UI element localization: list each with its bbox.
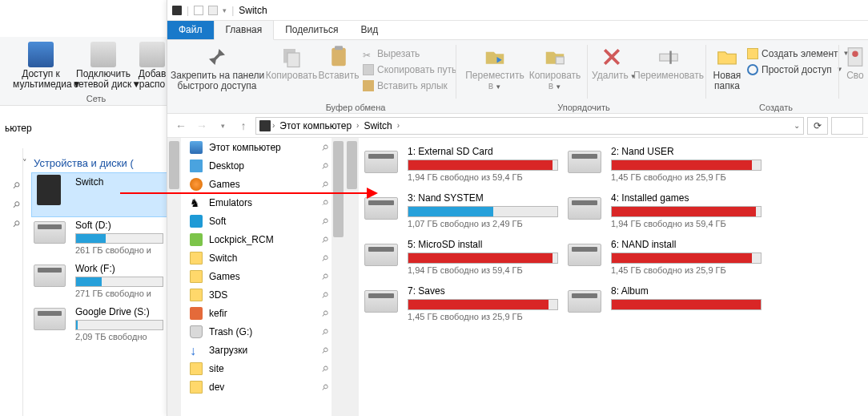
sidebar-item[interactable]: Games⚲ — [182, 175, 331, 193]
chevron-right-icon[interactable]: › — [272, 121, 275, 130]
paste-shortcut-button[interactable]: Вставить ярлык — [363, 79, 448, 93]
qat-dropdown[interactable]: ▾ — [223, 6, 227, 14]
copy-path-icon — [363, 64, 374, 75]
sidebar-item[interactable]: Этот компьютер⚲ — [182, 138, 331, 156]
copy-to-button[interactable]: Копировать в▼ — [526, 42, 584, 92]
copy-button[interactable]: Копировать — [265, 42, 318, 81]
drive-item[interactable]: 4: Installed games1,94 ГБ свободно из 59… — [568, 192, 768, 231]
tab-file[interactable]: Файл — [167, 21, 214, 39]
group-clipboard-label: Буфер обмена — [263, 103, 448, 112]
sidebar-item[interactable]: Emulators⚲ — [182, 193, 331, 212]
sidebar-item-label: site — [209, 363, 224, 374]
sidebar-item[interactable]: Desktop⚲ — [182, 156, 331, 175]
media-icon — [28, 42, 54, 67]
sidebar-item[interactable]: Загрузки⚲ — [182, 341, 331, 359]
capacity-bar — [611, 160, 762, 171]
copy-path-button[interactable]: Скопировать путь — [363, 63, 456, 77]
drive-freespace: 2,09 ТБ свободно — [75, 332, 172, 341]
sidebar-item[interactable]: Lockpick_RCM⚲ — [182, 230, 331, 248]
drive-item[interactable]: 1: External SD Card1,94 ГБ свободно из 5… — [364, 146, 565, 184]
drive-freespace: 261 ГБ свободно и — [75, 245, 172, 255]
tab-view[interactable]: Вид — [349, 21, 389, 39]
history-dropdown[interactable]: ▾ — [214, 117, 231, 135]
sidebar-item[interactable]: Soft⚲ — [182, 212, 331, 230]
address-dropdown[interactable]: ⌄ — [794, 121, 800, 130]
pin-icon: ⚲ — [10, 199, 22, 211]
copy-label: Копировать — [266, 70, 318, 81]
sidebar-item[interactable]: Switch⚲ — [182, 248, 331, 267]
drive-item[interactable]: Work (F:)271 ГБ свободно и — [32, 260, 172, 303]
pin-quickaccess-button[interactable]: Закрепить на панели быстрого доступа — [171, 42, 263, 91]
drive-item[interactable]: 7: Saves1,45 ГБ свободно из 25,9 ГБ — [364, 285, 565, 324]
sidebar-item[interactable]: kefir⚲ — [182, 304, 331, 322]
back-button[interactable]: ← — [172, 117, 190, 135]
new-item-button[interactable]: Создать элемент▼ — [747, 46, 849, 61]
i-kefir-icon — [190, 307, 203, 320]
easy-access-button[interactable]: Простой доступ▼ — [747, 63, 843, 77]
properties-button[interactable]: Сво — [843, 42, 867, 81]
drive-icon — [364, 244, 398, 266]
drive-item[interactable]: Switch — [32, 173, 172, 216]
sidebar-item[interactable]: Games⚲ — [182, 267, 331, 285]
drive-item[interactable]: 5: MicroSD install1,94 ГБ свободно из 59… — [364, 239, 565, 277]
drive-item[interactable]: 8: Album — [568, 285, 768, 324]
bg-nav-tree: ⚲ ⚲ ⚲ — [0, 148, 23, 416]
delete-icon — [600, 45, 624, 69]
capacity-bar — [75, 320, 163, 330]
delete-button[interactable]: Удалить▼ — [592, 42, 632, 82]
ribbon-separator — [587, 45, 588, 99]
qat-button[interactable] — [194, 6, 203, 15]
sidebar-item-label: Загрузки — [209, 345, 247, 356]
location-icon — [259, 120, 271, 131]
drive-item[interactable]: Soft (D:)261 ГБ свободно и — [32, 216, 172, 260]
media-access-button[interactable]: Доступ к мультимедиа▼ — [13, 42, 69, 90]
pin-icon: ⚲ — [319, 326, 330, 337]
sidebar-item[interactable]: 3DS⚲ — [182, 285, 331, 304]
rename-button[interactable]: Переименовать — [633, 42, 704, 81]
map-drive-button[interactable]: Подключить сетевой диск▼ — [74, 42, 133, 90]
tab-share[interactable]: Поделиться — [274, 21, 349, 39]
up-button[interactable]: ↑ — [235, 117, 252, 135]
sidebar-item[interactable]: dev⚲ — [182, 378, 331, 396]
scrollbar[interactable] — [167, 138, 181, 416]
scrollbar[interactable] — [345, 138, 359, 416]
drive-item[interactable]: 3: Nand SYSTEM1,07 ГБ свободно из 2,49 Г… — [364, 192, 565, 231]
tab-home[interactable]: Главная — [214, 20, 275, 40]
devices-section-header[interactable]: Устройства и диски ( — [34, 157, 134, 169]
add-location-button[interactable]: Добав распо — [136, 42, 168, 90]
i-soft-icon — [190, 215, 203, 228]
paste-icon — [327, 45, 351, 69]
network-drive-icon — [90, 42, 116, 67]
forward-button[interactable]: → — [193, 117, 211, 135]
search-box[interactable] — [831, 117, 863, 135]
capacity-bar — [75, 233, 163, 244]
drive-item[interactable]: Google Drive (S:)2,09 ТБ свободно — [32, 303, 172, 346]
drive-item[interactable]: 2: Nand USER1,45 ГБ свободно из 25,9 ГБ — [568, 146, 768, 184]
drive-icon — [364, 290, 398, 313]
qat-button[interactable] — [208, 6, 218, 15]
window-title: Switch — [239, 5, 267, 16]
scrollbar[interactable] — [332, 138, 345, 416]
sidebar-item[interactable]: site⚲ — [182, 359, 331, 378]
pin-icon: ⚲ — [319, 382, 330, 392]
breadcrumb-root[interactable]: Этот компьютер — [276, 120, 355, 131]
paste-button[interactable]: Вставить — [318, 42, 360, 81]
refresh-button[interactable]: ⟳ — [807, 117, 828, 135]
chevron-right-icon[interactable]: › — [397, 121, 400, 130]
drive-item[interactable]: 6: NAND install1,45 ГБ свободно из 25,9 … — [568, 239, 768, 277]
ribbon-tabs: Файл Главная Поделиться Вид — [167, 21, 868, 40]
pin-icon: ⚲ — [319, 308, 330, 318]
address-bar[interactable]: › Этот компьютер › Switch › ⌄ — [255, 117, 804, 135]
drive-name: 4: Installed games — [611, 192, 768, 204]
new-folder-button[interactable]: Новая папка — [710, 42, 744, 91]
drive-freespace: 1,45 ГБ свободно из 25,9 ГБ — [611, 265, 768, 275]
drive-name: Soft (D:) — [75, 216, 172, 231]
drive-freespace: 1,07 ГБ свободно из 2,49 ГБ — [408, 219, 565, 228]
move-to-button[interactable]: Переместить в▼ — [464, 42, 526, 92]
cut-button[interactable]: ✂ Вырезать — [363, 46, 420, 61]
breadcrumb-leaf[interactable]: Switch — [360, 120, 395, 131]
chevron-right-icon[interactable]: › — [356, 121, 359, 130]
drive-name: Google Drive (S:) — [75, 303, 172, 317]
sidebar-item-label: kefir — [209, 308, 227, 319]
sidebar-item[interactable]: Trash (G:)⚲ — [182, 322, 331, 341]
